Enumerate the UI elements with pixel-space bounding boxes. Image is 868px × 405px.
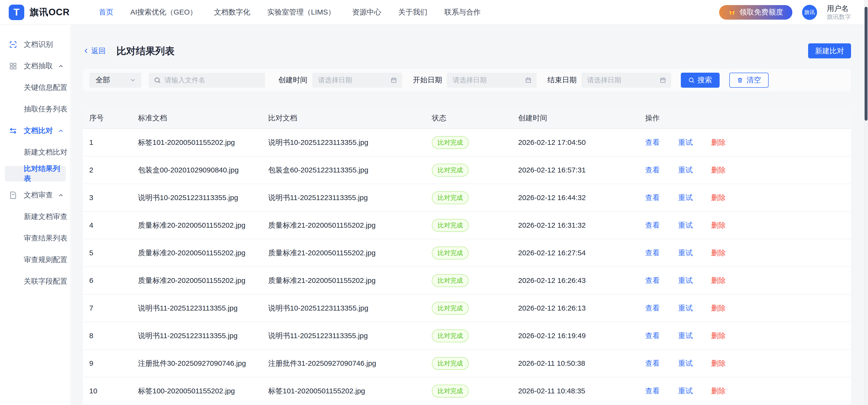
delete-link[interactable]: 删除 <box>711 165 726 175</box>
retry-link[interactable]: 重试 <box>678 138 693 147</box>
table-row: 4质量标准20-20200501155202.jpg质量标准21-2020050… <box>83 212 851 239</box>
delete-link[interactable]: 删除 <box>711 303 726 313</box>
sidebar-item-label: 抽取任务列表 <box>24 104 67 114</box>
sidebar-item-0[interactable]: 文档识别 <box>0 34 70 55</box>
table-row: 5质量标准20-20200501155202.jpg质量标准21-2020050… <box>83 239 851 267</box>
gift-icon <box>728 9 736 16</box>
compare-doc-name: 说明书10-20251223113355.jpg <box>268 303 432 313</box>
row-actions: 查看重试删除 <box>645 193 851 203</box>
nav-item-5[interactable]: 关于我们 <box>398 7 428 17</box>
clear-button-label: 清空 <box>747 75 761 85</box>
sidebar-item-8[interactable]: 新建文档审查 <box>0 206 70 228</box>
page-header: 返回 比对结果列表 新建比对 <box>83 43 851 58</box>
sidebar-item-6[interactable]: 比对结果列表 <box>5 166 66 181</box>
view-link[interactable]: 查看 <box>645 276 660 285</box>
compare-doc-name: 注册批件31-20250927090746.jpg <box>268 359 432 368</box>
row-index: 9 <box>89 359 138 367</box>
nav-item-0[interactable]: 首页 <box>99 7 113 17</box>
nav-item-2[interactable]: 文档数字化 <box>214 7 250 17</box>
nav-item-4[interactable]: 资源中心 <box>352 7 381 17</box>
delete-link[interactable]: 删除 <box>711 193 726 203</box>
created-date-input[interactable]: 请选择日期 <box>312 73 402 88</box>
new-compare-button[interactable]: 新建比对 <box>808 43 851 58</box>
retry-link[interactable]: 重试 <box>678 331 693 341</box>
retry-link[interactable]: 重试 <box>678 386 693 396</box>
sidebar-item-2[interactable]: 关键信息配置 <box>0 77 70 98</box>
table-row: 10标签100-20200501155202.jpg标签101-20200501… <box>83 377 851 405</box>
table-header-row: 序号 标准文档 比对文档 状态 创建时间 操作 <box>83 108 851 129</box>
col-header-standard-doc: 标准文档 <box>138 113 268 123</box>
view-link[interactable]: 查看 <box>645 303 660 313</box>
delete-link[interactable]: 删除 <box>711 138 726 147</box>
start-date-input[interactable]: 请选择日期 <box>447 73 536 88</box>
delete-link[interactable]: 删除 <box>711 331 726 341</box>
view-link[interactable]: 查看 <box>645 331 660 341</box>
created-time: 2026-02-12 16:31:32 <box>518 221 645 229</box>
view-link[interactable]: 查看 <box>645 165 660 175</box>
delete-link[interactable]: 删除 <box>711 386 726 396</box>
row-actions: 查看重试删除 <box>645 221 851 230</box>
delete-link[interactable]: 删除 <box>711 276 726 285</box>
end-date-input[interactable]: 请选择日期 <box>581 73 671 88</box>
standard-doc-name: 注册批件30-20250927090746.jpg <box>138 359 268 368</box>
created-time: 2026-02-12 16:44:32 <box>518 194 645 202</box>
status-cell: 比对完成 <box>432 246 518 260</box>
search-button[interactable]: 搜索 <box>681 73 720 88</box>
back-link[interactable]: 返回 <box>83 46 106 56</box>
clear-button[interactable]: 清空 <box>729 73 769 88</box>
calendar-icon <box>525 77 532 83</box>
row-index: 3 <box>89 194 138 202</box>
retry-link[interactable]: 重试 <box>678 193 693 203</box>
nav-item-1[interactable]: AI搜索优化（GEO） <box>130 7 197 17</box>
view-link[interactable]: 查看 <box>645 138 660 147</box>
retry-link[interactable]: 重试 <box>678 165 693 175</box>
delete-link[interactable]: 删除 <box>711 359 726 368</box>
delete-link[interactable]: 删除 <box>711 248 726 258</box>
retry-link[interactable]: 重试 <box>678 276 693 285</box>
row-actions: 查看重试删除 <box>645 331 851 341</box>
filename-search <box>149 73 265 88</box>
type-filter-select[interactable]: 全部 <box>89 73 141 88</box>
trash-icon <box>737 77 743 83</box>
status-cell: 比对完成 <box>432 302 518 315</box>
status-badge: 比对完成 <box>432 191 469 204</box>
nav-item-3[interactable]: 实验室管理（LIMS） <box>267 7 335 17</box>
retry-link[interactable]: 重试 <box>678 221 693 230</box>
filename-search-input[interactable] <box>165 76 260 84</box>
row-index: 2 <box>89 166 138 174</box>
retry-link[interactable]: 重试 <box>678 359 693 368</box>
sidebar-item-9[interactable]: 审查结果列表 <box>0 228 70 249</box>
row-index: 6 <box>89 276 138 284</box>
status-badge: 比对完成 <box>432 219 469 232</box>
standard-doc-name: 质量标准20-20200501155202.jpg <box>138 221 268 230</box>
row-actions: 查看重试删除 <box>645 359 851 368</box>
retry-link[interactable]: 重试 <box>678 248 693 258</box>
delete-link[interactable]: 删除 <box>711 221 726 230</box>
sidebar-item-10[interactable]: 审查规则配置 <box>0 249 70 271</box>
sidebar-item-11[interactable]: 关联字段配置 <box>0 271 70 292</box>
view-link[interactable]: 查看 <box>645 221 660 230</box>
standard-doc-name: 质量标准20-20200501155202.jpg <box>138 276 268 285</box>
user-avatar[interactable]: 旗讯 <box>802 5 817 20</box>
view-link[interactable]: 查看 <box>645 386 660 396</box>
start-date-placeholder: 请选择日期 <box>453 75 525 85</box>
sidebar-item-5[interactable]: 新建文档比对 <box>0 141 70 163</box>
free-quota-button[interactable]: 领取免费额度 <box>719 5 792 20</box>
sidebar-item-4[interactable]: 文档比对 <box>0 120 70 141</box>
view-link[interactable]: 查看 <box>645 359 660 368</box>
chevron-down-icon <box>130 77 136 83</box>
created-time: 2026-02-11 10:50:38 <box>518 359 645 367</box>
sidebar-item-3[interactable]: 抽取任务列表 <box>0 98 70 120</box>
view-link[interactable]: 查看 <box>645 248 660 258</box>
avatar-text: 旗讯 <box>804 9 815 16</box>
brand-name: 旗讯OCR <box>30 6 70 19</box>
standard-doc-name: 说明书11-20251223113355.jpg <box>138 303 268 313</box>
nav-item-6[interactable]: 联系与合作 <box>444 7 481 17</box>
scrollbar-thumb[interactable] <box>865 7 868 121</box>
view-link[interactable]: 查看 <box>645 193 660 203</box>
retry-link[interactable]: 重试 <box>678 303 693 313</box>
sidebar-item-1[interactable]: 文档抽取 <box>0 55 70 77</box>
created-time: 2026-02-12 16:57:31 <box>518 166 645 174</box>
sidebar-item-7[interactable]: 文档审查 <box>0 184 70 206</box>
row-index: 4 <box>89 221 138 229</box>
